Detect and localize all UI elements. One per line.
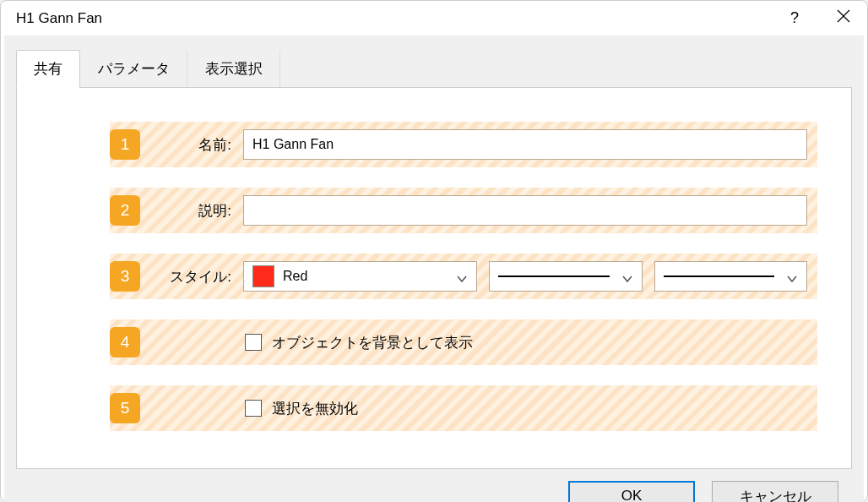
description-input[interactable] bbox=[243, 195, 807, 226]
row-disable-selection-checkbox: 5 選択を無効化 bbox=[110, 385, 817, 431]
tab-visualization[interactable]: 表示選択 bbox=[187, 50, 280, 88]
tab-common[interactable]: 共有 bbox=[16, 50, 80, 88]
chevron-down-icon bbox=[456, 272, 468, 281]
dialog-title: H1 Gann Fan bbox=[16, 10, 102, 27]
chevron-down-icon bbox=[621, 272, 633, 281]
titlebar: H1 Gann Fan ? bbox=[1, 1, 867, 35]
disable-selection-checkbox-group: 選択を無効化 bbox=[245, 396, 358, 422]
row-number-3: 3 bbox=[110, 261, 140, 292]
line-width-preview bbox=[664, 276, 774, 277]
ok-button[interactable]: OK bbox=[568, 481, 695, 502]
row-number-2: 2 bbox=[110, 195, 140, 226]
background-checkbox-group: オブジェクトを背景として表示 bbox=[245, 330, 473, 356]
disable-selection-checkbox-label[interactable]: 選択を無効化 bbox=[272, 399, 358, 418]
style-controls: Red bbox=[243, 261, 807, 292]
row-name: 1 名前: bbox=[110, 122, 817, 167]
tabs-row: 共有 パラメータ 表示選択 bbox=[16, 49, 852, 87]
background-checkbox[interactable] bbox=[245, 334, 262, 351]
chevron-down-icon bbox=[786, 272, 798, 281]
row-background-checkbox: 4 オブジェクトを背景として表示 bbox=[110, 319, 817, 365]
row-style: 3 スタイル: Red bbox=[110, 254, 817, 299]
line-style-preview bbox=[498, 276, 609, 277]
tab-parameters[interactable]: パラメータ bbox=[80, 50, 187, 88]
row-description: 2 説明: bbox=[110, 188, 817, 233]
content-area: 共有 パラメータ 表示選択 1 名前: 2 説明: 3 スタイル: bbox=[4, 35, 864, 502]
gann-fan-dialog: H1 Gann Fan ? 共有 パラメータ 表示選択 1 名前: 2 説明: bbox=[0, 0, 868, 502]
line-style-select[interactable] bbox=[489, 261, 642, 292]
row-number-4: 4 bbox=[110, 327, 140, 357]
cancel-button[interactable]: キャンセル bbox=[712, 481, 838, 502]
name-label: 名前: bbox=[157, 135, 231, 155]
row-number-5: 5 bbox=[110, 393, 140, 423]
color-select[interactable]: Red bbox=[243, 261, 477, 292]
line-width-select[interactable] bbox=[654, 261, 807, 292]
close-icon[interactable] bbox=[833, 9, 854, 27]
background-checkbox-label[interactable]: オブジェクトを背景として表示 bbox=[272, 333, 473, 352]
tab-panel-common: 1 名前: 2 説明: 3 スタイル: Red bbox=[16, 87, 852, 469]
color-name: Red bbox=[283, 269, 456, 284]
row-number-1: 1 bbox=[110, 129, 140, 160]
disable-selection-checkbox[interactable] bbox=[245, 400, 262, 417]
style-label: スタイル: bbox=[157, 267, 231, 286]
titlebar-controls: ? bbox=[784, 9, 854, 27]
help-icon[interactable]: ? bbox=[784, 9, 805, 27]
button-row: OK キャンセル bbox=[16, 469, 852, 502]
color-swatch bbox=[252, 265, 274, 287]
description-label: 説明: bbox=[157, 201, 231, 221]
name-input[interactable] bbox=[243, 129, 807, 160]
